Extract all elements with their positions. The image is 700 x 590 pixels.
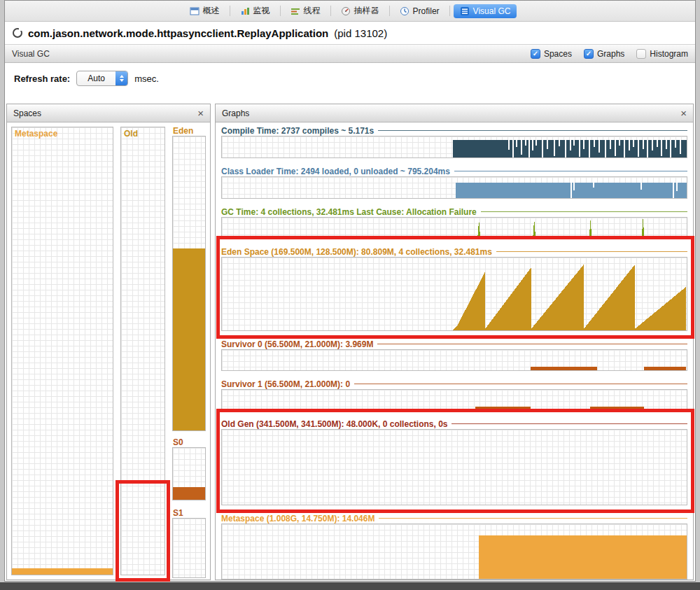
checkbox-label: Histogram — [650, 49, 688, 59]
old-gen-title: Old Gen (341.500M, 341.500M): 48.000K, 0… — [221, 419, 447, 429]
stepper-icon[interactable] — [115, 71, 127, 85]
young-gen-column: EdenS0S1 — [172, 127, 206, 575]
s0-label: S0 — [173, 438, 206, 447]
graph-row-metaspace-graph: Metaspace (1.008G, 14.750M): 14.046M — [221, 513, 687, 580]
refresh-rate-value: Auto — [77, 73, 115, 83]
tab-separator — [280, 6, 281, 16]
title-rule — [377, 344, 687, 344]
metaspace-fill — [12, 568, 113, 575]
graphs-panel-header: Graphs × — [216, 104, 693, 122]
checkbox-spaces[interactable]: ✓Spaces — [531, 49, 572, 59]
spaces-panel-title: Spaces — [13, 108, 41, 118]
gc-time-chart — [221, 217, 687, 239]
tab-visual-gc[interactable]: Visual GC — [454, 4, 517, 18]
graph-row-gc-time: GC Time: 4 collections, 32.481ms Last Ca… — [221, 206, 687, 239]
old-gen-chart — [221, 429, 687, 505]
survivor-1-title: Survivor 1 (56.500M, 21.000M): 0 — [221, 379, 350, 389]
metaspace-graph-chart — [221, 524, 687, 580]
profiler-icon — [400, 6, 410, 16]
compile-time-chart — [221, 136, 687, 158]
page-title: com.jason.network.mode.httpasyncclient.R… — [28, 27, 328, 39]
panels-area: Spaces × MetaspaceOldEdenS0S1 Graphs × C… — [5, 94, 695, 581]
metaspace-column: Metaspace — [11, 127, 113, 575]
title-rule — [378, 130, 687, 131]
eden-space-box — [172, 136, 206, 431]
tab-profiler[interactable]: Profiler — [393, 4, 446, 18]
class-loader-time-chart — [221, 176, 687, 199]
close-icon[interactable]: × — [197, 108, 204, 118]
survivor-0-title: Survivor 0 (56.500M, 21.000M): 3.969M — [221, 339, 373, 349]
threads-icon — [290, 6, 300, 16]
old-space-box: Old — [120, 127, 165, 575]
class-loader-time-title: Class Loader Time: 2494 loaded, 0 unload… — [221, 167, 450, 176]
eden-fill — [173, 248, 205, 430]
graph-row-eden-space: Eden Space (169.500M, 128.500M): 80.809M… — [221, 246, 687, 331]
gc-time-title: GC Time: 4 collections, 32.481ms Last Ca… — [221, 207, 477, 217]
tab-sampler[interactable]: 抽样器 — [335, 3, 386, 19]
tab-label: 概述 — [203, 5, 220, 17]
title-rule — [454, 171, 687, 171]
old-label: Old — [124, 129, 138, 139]
sampler-icon — [341, 6, 351, 16]
checkbox-unchecked-icon — [636, 49, 646, 59]
graphs-panel-body: Compile Time: 2737 compiles ~ 5.171sClas… — [216, 122, 693, 580]
close-icon[interactable]: × — [680, 108, 687, 118]
tab-monitor[interactable]: 监视 — [234, 3, 276, 19]
spaces-panel-body: MetaspaceOldEdenS0S1 — [7, 122, 210, 580]
screen: 概述监视线程抽样器ProfilerVisual GC com.jason.net… — [0, 0, 700, 590]
spaces-panel-header: Spaces × — [7, 104, 210, 122]
refresh-rate-label: Refresh rate: — [14, 73, 70, 84]
checkbox-checked-icon: ✓ — [531, 49, 540, 59]
app-title-row: com.jason.network.mode.httpasyncclient.R… — [5, 22, 695, 44]
checkbox-label: Spaces — [544, 49, 572, 59]
toolbar-checkboxes: ✓Spaces✓GraphsHistogram — [531, 49, 688, 59]
title-rule — [379, 518, 687, 519]
tab-label: Profiler — [413, 6, 440, 16]
eden-label: Eden — [173, 127, 206, 136]
app-icon — [13, 28, 22, 38]
graphs-rows: Compile Time: 2737 compiles ~ 5.171sClas… — [216, 122, 693, 580]
refresh-rate-unit: msec. — [134, 73, 159, 84]
visualvm-window: 概述监视线程抽样器ProfilerVisual GC com.jason.net… — [4, 0, 696, 582]
checkbox-checked-icon: ✓ — [584, 49, 594, 59]
refresh-rate-row: Refresh rate: Auto msec. — [5, 63, 695, 94]
pid-label: (pid 13102) — [334, 27, 387, 39]
survivor-0-chart — [221, 349, 687, 371]
checkbox-graphs[interactable]: ✓Graphs — [584, 49, 624, 59]
title-rule — [451, 423, 687, 424]
graphs-panel-title: Graphs — [222, 108, 249, 118]
tab-label: 监视 — [253, 5, 270, 17]
tab-label: 抽样器 — [354, 5, 379, 17]
eden-space-chart — [221, 257, 687, 331]
tab-bar: 概述监视线程抽样器ProfilerVisual GC — [5, 1, 695, 22]
arrow-down-icon — [120, 79, 124, 82]
tab-separator — [389, 6, 390, 16]
metaspace-label: Metaspace — [15, 129, 57, 139]
monitor-icon — [240, 6, 250, 16]
s0-fill — [173, 487, 205, 500]
checkbox-label: Graphs — [597, 49, 624, 59]
title-rule — [481, 211, 687, 212]
s1-label: S1 — [173, 509, 206, 518]
tab-label: Visual GC — [473, 6, 511, 16]
metaspace-space-box: Metaspace — [11, 127, 113, 575]
s1-space-box — [172, 518, 206, 578]
refresh-rate-select[interactable]: Auto — [76, 71, 128, 86]
s0-space-box — [172, 447, 206, 500]
tab-threads[interactable]: 线程 — [284, 3, 327, 19]
tab-separator — [230, 6, 230, 16]
title-rule — [354, 384, 687, 384]
checkbox-histogram[interactable]: Histogram — [636, 49, 688, 59]
graph-row-compile-time: Compile Time: 2737 compiles ~ 5.171s — [221, 125, 687, 158]
old-column: Old — [120, 127, 165, 575]
graph-row-survivor-0: Survivor 0 (56.500M, 21.000M): 3.969M — [221, 339, 687, 371]
spaces-panel: Spaces × MetaspaceOldEdenS0S1 — [6, 104, 211, 580]
tab-separator — [330, 6, 331, 16]
title-rule — [496, 251, 687, 252]
eden-space-title: Eden Space (169.500M, 128.500M): 80.809M… — [221, 247, 492, 257]
graph-row-survivor-1: Survivor 1 (56.500M, 21.000M): 0 — [221, 379, 687, 411]
tab-overview[interactable]: 概述 — [183, 3, 226, 19]
tab-separator — [449, 6, 450, 16]
survivor-1-chart — [221, 389, 687, 411]
compile-time-title: Compile Time: 2737 compiles ~ 5.171s — [221, 126, 374, 136]
